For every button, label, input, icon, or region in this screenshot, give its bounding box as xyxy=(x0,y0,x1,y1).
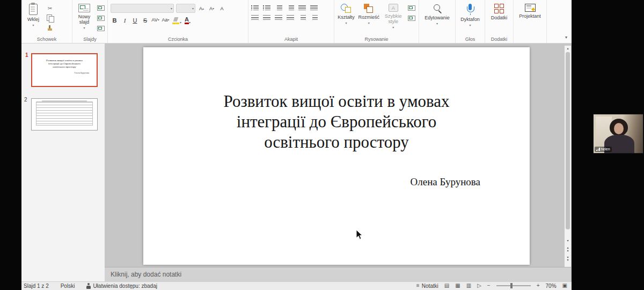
shapes-button[interactable]: Kształty ▾ xyxy=(337,3,355,35)
shape-fill-button[interactable] xyxy=(407,4,416,12)
chevron-up-icon: ▴ xyxy=(567,249,568,252)
thumbnail-author-text: Олена Бурунова xyxy=(32,71,97,74)
increase-indent-button[interactable] xyxy=(287,5,294,11)
ribbon-group-font: ▾ ▾ A▴ A▾ A B I U S AV▾ Aa▾ ▾ A▾ xyxy=(108,0,248,43)
shrink-font-button[interactable]: A▾ xyxy=(208,4,216,13)
clipboard-group-label: Schowek xyxy=(21,37,72,42)
scrollbar-thumb[interactable] xyxy=(566,52,570,229)
zoom-slider-knob[interactable] xyxy=(510,283,513,288)
slide-1-thumbnail[interactable]: Розвиток вищої освіти в умовах інтеграці… xyxy=(31,53,98,87)
audio-level-icon xyxy=(596,148,600,151)
vertical-scrollbar[interactable]: ▴ ▾ ▴ ▴ ▾ ▾ xyxy=(565,46,571,267)
font-color-button[interactable]: A▾ xyxy=(184,16,192,24)
font-name-select[interactable]: ▾ xyxy=(111,4,174,13)
grow-font-button[interactable]: A▴ xyxy=(197,4,206,13)
status-bar: Slajd 1 z 2 Polski Ułatwienia dostępu: z… xyxy=(21,281,572,290)
ribbon-group-drawing: Kształty ▾ Rozmieść ▾ A Szybkie style ▾ xyxy=(334,0,419,43)
bullets-button[interactable] xyxy=(251,5,259,11)
reset-slide-button[interactable] xyxy=(97,15,105,22)
quick-styles-button[interactable]: A Szybkie style ▾ xyxy=(382,3,404,35)
align-left-button[interactable] xyxy=(251,15,259,20)
copy-button[interactable] xyxy=(46,15,54,22)
quick-styles-icon: A xyxy=(389,4,398,12)
webcam-video-tile[interactable]: helen xyxy=(593,114,643,154)
designer-button[interactable]: Projektant xyxy=(519,3,541,35)
previous-slide-button[interactable]: ▴ ▴ xyxy=(565,247,571,252)
ribbon-group-clipboard: Wklej ▾ ✂ Schowek xyxy=(21,0,72,43)
align-text-button[interactable] xyxy=(310,15,318,20)
ribbon-group-designer: Projektant xyxy=(514,0,547,43)
slide-layout-button[interactable] xyxy=(97,4,105,12)
slide-author-textbox[interactable]: Олена Бурунова xyxy=(411,176,481,188)
slide-2-thumbnail[interactable] xyxy=(31,98,98,130)
line-spacing-button[interactable] xyxy=(298,5,306,11)
change-case-button[interactable]: Aa▾ xyxy=(162,16,170,24)
editing-button[interactable]: Edytowanie ▾ xyxy=(425,3,450,35)
paste-button[interactable]: Wklej ▾ xyxy=(24,3,42,35)
character-spacing-button[interactable]: AV▾ xyxy=(151,16,159,24)
section-button[interactable] xyxy=(97,25,105,32)
font-size-select[interactable]: ▾ xyxy=(176,4,195,13)
underline-button[interactable]: U xyxy=(131,16,139,24)
normal-view-button[interactable]: ▤ xyxy=(444,282,449,289)
addins-grid-icon xyxy=(494,4,504,13)
collapse-ribbon-button[interactable]: ▾ xyxy=(565,35,567,40)
chevron-down-icon: ▾ xyxy=(368,21,370,25)
chevron-down-icon: ▾ xyxy=(168,18,170,21)
slide-sorter-button[interactable]: ▦ xyxy=(455,282,460,289)
notes-pane[interactable]: Kliknij, aby dodać notatki xyxy=(105,267,571,281)
arrange-button[interactable]: Rozmieść ▾ xyxy=(358,3,379,35)
next-slide-button[interactable]: ▾ ▾ xyxy=(565,256,571,262)
notes-toggle-button[interactable]: ≡ Notatki xyxy=(416,282,438,289)
justify-button[interactable] xyxy=(287,15,294,20)
shape-outline-button[interactable] xyxy=(407,15,416,22)
layout-icon xyxy=(97,5,105,11)
ribbon-group-slides: Nowy slajd ▾ Slajdy xyxy=(72,0,108,43)
reading-view-button[interactable]: ▥ xyxy=(466,282,471,289)
scroll-up-icon[interactable]: ▴ xyxy=(565,46,571,51)
editing-label: Edytowanie xyxy=(425,15,450,20)
dictate-button[interactable]: Dyktafon ▾ xyxy=(460,3,480,35)
section-icon xyxy=(97,26,105,31)
ribbon: Wklej ▾ ✂ Schowek Nowy slajd xyxy=(21,0,572,44)
new-slide-label: Nowy slajd xyxy=(73,14,96,25)
addins-button[interactable]: Dodatki xyxy=(490,3,508,35)
thumbnail-table-content xyxy=(36,102,93,126)
strikethrough-button[interactable]: S xyxy=(141,16,149,24)
zoom-percentage[interactable]: 70% xyxy=(546,283,557,289)
italic-button[interactable]: I xyxy=(121,16,129,24)
paragraph-group-label: Akapit xyxy=(248,37,334,42)
slide-canvas[interactable]: Розвиток вищої освіти в умовах інтеграці… xyxy=(143,47,530,265)
highlight-color-button[interactable]: ▾ xyxy=(172,16,181,24)
decrease-indent-button[interactable] xyxy=(275,5,282,11)
new-slide-button[interactable]: Nowy slajd ▾ xyxy=(75,3,93,35)
zoom-out-button[interactable]: − xyxy=(487,282,491,289)
title-line-2: інтеграції до Європейського xyxy=(165,112,508,132)
fit-slide-to-window-button[interactable]: ▣ xyxy=(562,282,567,289)
language-indicator[interactable]: Polski xyxy=(61,283,75,289)
slides-group-label: Slajdy xyxy=(72,37,107,42)
format-painter-icon xyxy=(47,25,53,32)
align-center-button[interactable] xyxy=(263,15,270,20)
zoom-in-button[interactable]: + xyxy=(537,282,540,289)
accessibility-checker[interactable]: Ułatwienia dostępu: zbadaj xyxy=(86,283,157,289)
chevron-down-icon: ▾ xyxy=(436,22,438,25)
numbering-button[interactable] xyxy=(263,5,270,11)
arrow-down-icon: ▾ xyxy=(213,7,214,10)
zoom-slider[interactable] xyxy=(496,285,531,286)
columns-button[interactable] xyxy=(298,15,306,20)
notes-placeholder: Kliknij, aby dodać notatki xyxy=(111,271,181,278)
reset-icon xyxy=(97,16,105,21)
format-painter-button[interactable] xyxy=(46,25,54,32)
align-right-button[interactable] xyxy=(275,15,282,20)
cut-button[interactable]: ✂ xyxy=(46,4,54,12)
scroll-down-icon[interactable]: ▾ xyxy=(565,238,571,243)
clear-formatting-button[interactable]: A xyxy=(218,4,226,13)
chevron-down-icon: ▾ xyxy=(32,24,34,27)
text-direction-button[interactable] xyxy=(310,5,318,11)
bold-button[interactable]: B xyxy=(111,16,119,24)
slide-title-textbox[interactable]: Розвиток вищої освіти в умовах інтеграці… xyxy=(165,91,508,153)
slideshow-button[interactable]: ▷ xyxy=(477,282,481,289)
slide-counter: Slajd 1 z 2 xyxy=(24,283,49,289)
chevron-down-icon: ▾ xyxy=(158,18,159,21)
